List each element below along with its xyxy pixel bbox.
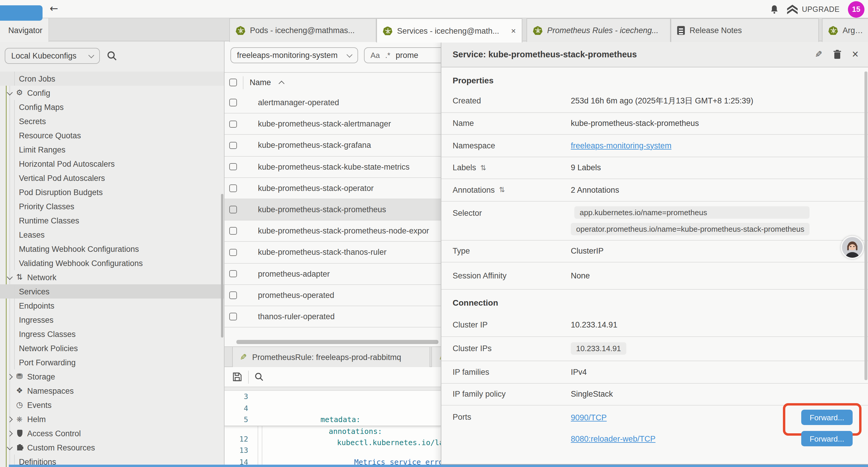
upgrade-button[interactable]: UPGRADE [787,4,840,14]
editor-search-icon[interactable] [255,372,264,381]
sidebar-item[interactable]: Access Control [0,426,224,440]
table-row[interactable]: kube-prometheus-stack-grafana [224,135,441,156]
edit-icon[interactable]: ✎ [815,49,823,59]
table-row[interactable]: kube-prometheus-stack-prometheus-node-ex… [224,221,441,242]
sidebar-item[interactable]: Events [0,398,224,412]
table-row[interactable]: alertmanager-operated [224,92,441,114]
row-checkbox[interactable] [229,206,237,213]
name-column-header[interactable]: Name [250,78,271,87]
sidebar-item[interactable]: Network [0,270,224,284]
table-row[interactable]: kube-prometheus-stack-kube-state-metrics [224,156,441,178]
select-all-checkbox[interactable] [229,79,237,86]
tree-chevron-icon[interactable] [7,274,13,280]
labels-count[interactable]: 9 Labels [571,164,601,172]
table-row[interactable]: kube-prometheus-stack-prometheus [224,199,441,221]
sidebar-item[interactable]: Runtime Classes [0,213,224,228]
app-tab[interactable]: Argo Se [822,18,868,42]
back-button[interactable]: ← [50,2,58,14]
port-link[interactable]: 8080:reloader-web/TCP [571,434,656,443]
expand-sort-icon[interactable]: ⇅ [480,164,486,172]
sidebar-item[interactable]: Validating Webhook Configurations [0,256,224,270]
yaml-editor[interactable]: 3 metadata: 4 annotations: 5 kubec [224,387,441,465]
table-row[interactable]: kube-prometheus-stack-operator [224,178,441,199]
row-checkbox[interactable] [229,313,237,320]
tree-chevron-icon[interactable] [7,90,13,95]
sidebar-item[interactable]: Services [0,284,224,298]
tree-chevron-icon[interactable] [7,444,13,450]
horizontal-scrollbar[interactable] [236,340,438,344]
drawer-scrollbar[interactable] [864,71,867,380]
table-row[interactable]: kube-prometheus-stack-thanos-ruler [224,242,441,263]
row-checkbox[interactable] [229,120,237,128]
app-tab-label: Argo Se [843,26,865,35]
row-checkbox[interactable] [229,291,237,299]
sidebar-item[interactable]: Helm [0,412,224,426]
sidebar-item[interactable]: Horizontal Pod Autoscalers [0,157,224,171]
kubeconfig-source-dropdown[interactable]: Local Kubeconfigs [5,48,100,64]
sidebar-item[interactable]: Leases [0,228,224,242]
sidebar-scrollbar[interactable] [221,194,223,338]
app-tab[interactable]: Pods - icecheng@mathmas... [229,18,376,42]
row-checkbox[interactable] [229,184,237,192]
editor-tab-partial[interactable]: ✎ [431,347,441,367]
notifications-bell-icon[interactable] [770,4,779,14]
sidebar-item[interactable]: Priority Classes [0,199,224,213]
sidebar-item[interactable]: Endpoints [0,298,224,313]
forward-button[interactable]: Forward... [801,410,852,425]
port-link[interactable]: 9090/TCP [571,413,607,422]
notification-count-badge[interactable]: 15 [848,1,864,18]
row-checkbox[interactable] [229,227,237,235]
search-input[interactable] [396,51,431,60]
table-row[interactable]: prometheus-operated [224,285,441,306]
row-checkbox[interactable] [229,99,237,107]
sidebar-item[interactable]: Custom Resources [0,440,224,455]
annotations-count[interactable]: 2 Annotations [571,185,619,195]
sidebar-item[interactable]: Limit Ranges [0,143,224,157]
tree-chevron-icon[interactable] [7,431,13,437]
sidebar-item-label: Limit Ranges [0,145,66,154]
tree-chevron-icon[interactable] [7,416,13,422]
forward-button[interactable]: Forward... [801,431,852,446]
sidebar-item[interactable]: Mutating Webhook Configurations [0,242,224,256]
sidebar-item[interactable]: Config Maps [0,100,224,114]
tab-navigator[interactable]: Navigator [0,18,49,42]
row-checkbox[interactable] [229,163,237,171]
close-drawer-icon[interactable]: × [852,49,859,60]
app-tab[interactable]: Prometheus Rules - icecheng... [526,18,671,42]
table-search-box[interactable]: Aa .* [364,47,441,63]
regex-toggle[interactable]: .* [385,51,390,60]
row-checkbox[interactable] [229,270,237,278]
namespace-link[interactable]: freeleaps-monitoring-system [571,141,672,150]
sidebar-item[interactable]: Storage [0,370,224,384]
sidebar-item[interactable]: Cron Jobs [0,71,224,86]
sidebar-item[interactable]: Ingresses [0,313,224,327]
assistant-avatar[interactable] [841,236,864,259]
app-tab[interactable]: Services - icecheng@math... × [376,18,522,42]
match-case-toggle[interactable]: Aa [370,51,380,60]
sidebar-item[interactable]: Ingress Classes [0,327,224,341]
row-checkbox[interactable] [229,249,237,256]
app-tab[interactable]: Release Notes [671,18,819,42]
sidebar-item[interactable]: Port Forwarding [0,355,224,370]
sidebar-item[interactable]: Network Policies [0,341,224,355]
sidebar-search-icon[interactable] [107,51,117,61]
sidebar-item[interactable]: Secrets [0,114,224,128]
forward-button[interactable]: → [0,5,43,21]
tree-chevron-icon[interactable] [7,374,13,380]
sidebar-item[interactable]: Vertical Pod Autoscalers [0,171,224,185]
line-number: 5 [224,414,253,425]
table-row[interactable]: kube-prometheus-stack-alertmanager [224,114,441,135]
table-row[interactable]: prometheus-adapter [224,263,441,285]
close-tab-icon[interactable]: × [511,27,516,35]
table-row[interactable]: thanos-ruler-operated [224,306,441,327]
save-icon[interactable] [233,372,242,381]
delete-icon[interactable] [833,49,841,59]
sidebar-item[interactable]: Namespaces [0,384,224,398]
row-checkbox[interactable] [229,142,237,149]
sidebar-item[interactable]: Config [0,86,224,100]
namespace-filter-dropdown[interactable]: freeleaps-monitoring-system [230,47,358,63]
sidebar-item[interactable]: Pod Disruption Budgets [0,185,224,199]
editor-tab[interactable]: ✎ PrometheusRule: freeleaps-prod-rabbitm… [232,347,430,367]
sidebar-item[interactable]: Resource Quotas [0,128,224,143]
expand-sort-icon[interactable]: ⇅ [499,186,505,194]
